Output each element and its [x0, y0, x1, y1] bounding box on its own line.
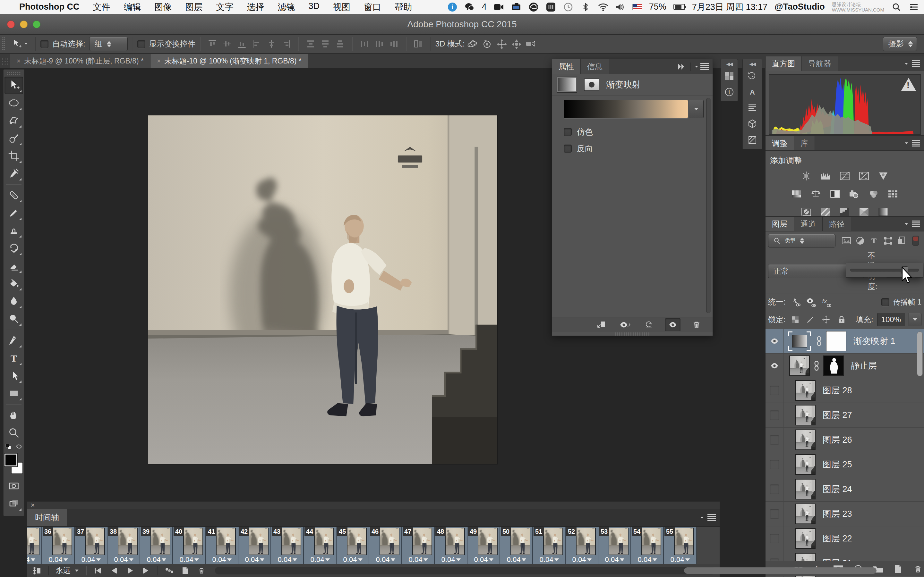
layer-row[interactable]: 图层 25	[766, 452, 924, 477]
timeline-frame[interactable]: 53 0.04	[598, 527, 631, 564]
filter-shape-layers-icon[interactable]	[882, 234, 893, 247]
collapse-panel-icon[interactable]	[676, 63, 687, 70]
layer-thumbnail[interactable]	[795, 479, 816, 500]
tab-properties[interactable]: 属性	[552, 59, 581, 74]
dither-checkbox[interactable]	[564, 128, 572, 136]
dodge-tool[interactable]	[5, 310, 23, 327]
tab-layers[interactable]: 图层	[766, 217, 794, 231]
menu-item[interactable]: 图像	[154, 1, 172, 13]
delete-adjustment-icon[interactable]	[689, 318, 704, 331]
layer-visibility-toggle[interactable]	[766, 354, 783, 378]
layer-thumbnail[interactable]	[795, 405, 816, 425]
menu-item[interactable]: 帮助	[395, 1, 412, 13]
layer-mask-thumbnail[interactable]	[826, 331, 846, 351]
parallels-icon[interactable]	[546, 2, 556, 12]
layer-thumbnail[interactable]	[795, 380, 816, 401]
timeline-frame[interactable]: 39 0.04	[140, 527, 173, 564]
tools-grip[interactable]	[7, 71, 21, 75]
hue-saturation-icon[interactable]	[789, 187, 804, 200]
quick-selection-tool[interactable]	[5, 129, 23, 147]
timeline-frame[interactable]: 51 0.04	[533, 527, 565, 564]
empty-visibility-well[interactable]	[770, 410, 779, 420]
close-document-icon[interactable]: ×	[157, 57, 161, 65]
layer-name[interactable]: 图层 27	[822, 409, 852, 421]
auto-select-dropdown[interactable]: 组	[89, 37, 128, 51]
filter-pixel-layers-icon[interactable]	[841, 234, 852, 247]
canvas-document-image[interactable]	[148, 115, 497, 464]
view-previous-state-icon[interactable]	[618, 318, 633, 331]
timeline-frame[interactable]: 37 0.04	[75, 527, 107, 564]
frame-delay-dropdown[interactable]: 0.04	[533, 556, 565, 564]
display-capture-icon[interactable]	[511, 2, 521, 12]
timeline-frame[interactable]: 40 0.04	[173, 527, 206, 564]
loop-count-dropdown[interactable]: 永远	[53, 566, 81, 575]
info-panel-icon[interactable]: i	[722, 85, 736, 99]
layer-row[interactable]: 图层 24	[766, 477, 924, 502]
screen-record-icon[interactable]	[494, 2, 504, 12]
layer-name[interactable]: 图层 22	[822, 533, 852, 544]
distribute-right-edges-icon[interactable]	[388, 37, 401, 50]
3d-pan-icon[interactable]	[495, 37, 508, 50]
auto-select-checkbox[interactable]	[40, 40, 48, 48]
delete-frame-icon[interactable]	[194, 565, 208, 576]
layer-visibility-toggle[interactable]	[766, 502, 783, 526]
3d-orbit-icon[interactable]	[466, 37, 479, 50]
auto-align-layers-icon[interactable]	[412, 37, 425, 50]
account-name[interactable]: @TaoStudio	[774, 2, 825, 12]
timeline-frame[interactable]: 0.04	[27, 527, 42, 564]
empty-visibility-well[interactable]	[770, 484, 779, 494]
path-selection-tool[interactable]	[5, 367, 23, 384]
filter-smart-objects-icon[interactable]	[896, 234, 907, 247]
timeline-frame[interactable]: 50 0.04	[500, 527, 533, 564]
menu-item[interactable]: 图层	[185, 1, 202, 13]
volume-icon[interactable]	[615, 2, 625, 12]
3d-slide-icon[interactable]	[510, 37, 523, 50]
align-horizontal-centers-icon[interactable]	[265, 37, 278, 50]
show-transform-checkbox[interactable]	[137, 40, 145, 48]
unify-visibility-icon[interactable]	[805, 297, 817, 308]
time-machine-icon[interactable]	[563, 2, 573, 12]
lasso-tool[interactable]	[5, 112, 23, 129]
paint-bucket-tool[interactable]	[5, 275, 23, 292]
wechat-icon[interactable]	[465, 2, 475, 12]
align-left-edges-icon[interactable]	[250, 37, 263, 50]
filter-adjustment-layers-icon[interactable]	[855, 234, 866, 247]
distribute-bottom-edges-icon[interactable]	[334, 37, 347, 50]
frame-delay-dropdown[interactable]: 0.04	[369, 556, 402, 564]
layer-row[interactable]: 图层 22	[766, 526, 924, 551]
panel-menu-icon[interactable]	[904, 136, 924, 150]
layer-row[interactable]: 渐变映射 1	[766, 329, 924, 354]
first-frame-icon[interactable]	[91, 565, 105, 576]
frame-delay-dropdown[interactable]: 0.04	[336, 556, 369, 564]
fill-value[interactable]: 100%	[877, 313, 905, 326]
posterize-icon[interactable]	[818, 205, 833, 218]
notification-center-icon[interactable]	[909, 2, 919, 12]
layer-visibility-toggle[interactable]	[766, 526, 783, 551]
timeline-frame[interactable]: 47 0.04	[402, 527, 435, 564]
timeline-menu-icon[interactable]	[700, 509, 720, 526]
move-tool-preset[interactable]	[11, 39, 28, 49]
layer-name[interactable]: 静止层	[851, 360, 877, 372]
distribute-horizontal-centers-icon[interactable]	[373, 37, 386, 50]
default-colors-icon[interactable]	[5, 443, 11, 451]
timeline-scrollbar[interactable]	[215, 567, 715, 574]
align-bottom-edges-icon[interactable]	[236, 37, 248, 50]
frame-delay-dropdown[interactable]: 0.04	[631, 556, 664, 564]
channel-mixer-icon[interactable]	[866, 187, 881, 200]
layer-thumbnail[interactable]	[795, 454, 816, 475]
expand-dock-icon[interactable]: ◀◀	[726, 61, 732, 67]
gradient-picker-button[interactable]	[689, 100, 704, 118]
layer-visibility-toggle[interactable]	[766, 329, 783, 353]
timeline-frame[interactable]: 42 0.04	[238, 527, 271, 564]
crop-tool[interactable]	[5, 147, 23, 164]
panel-menu-icon[interactable]	[904, 56, 924, 71]
layer-visibility-toggle[interactable]	[766, 378, 783, 403]
expand-dock-icon[interactable]: ◀◀	[749, 61, 755, 67]
layer-name[interactable]: 图层 24	[822, 484, 852, 495]
timeline-scrollbar-thumb[interactable]	[684, 567, 877, 574]
layer-name[interactable]: 图层 28	[822, 385, 852, 396]
frame-delay-dropdown[interactable]: 0.04	[27, 556, 42, 564]
screen-mode-button[interactable]	[5, 495, 23, 512]
color-lookup-icon[interactable]	[885, 187, 900, 200]
tab-timeline[interactable]: 时间轴	[27, 509, 67, 526]
